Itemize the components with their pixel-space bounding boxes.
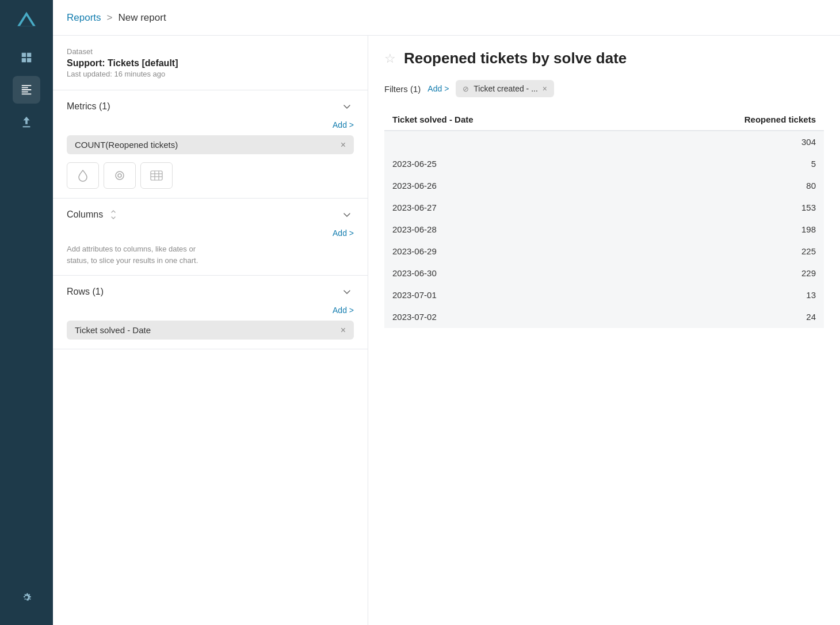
columns-section: Columns Add > Add attributes to columns,… — [53, 199, 368, 276]
table-cell-date: 2023-07-01 — [384, 284, 616, 306]
table-row: 2023-06-29225 — [384, 241, 824, 262]
rows-section: Rows (1) Add > Ticket solved - Date × — [53, 276, 368, 349]
filters-row: Filters (1) Add > ⊘ Ticket created - ...… — [384, 80, 824, 97]
sidebar — [0, 0, 53, 625]
favorite-star-icon[interactable]: ☆ — [384, 51, 396, 66]
svg-rect-4 — [151, 171, 162, 180]
sidebar-item-grid[interactable] — [13, 44, 40, 71]
table-cell-value: 304 — [616, 131, 824, 153]
table-cell-date: 2023-06-30 — [384, 262, 616, 284]
report-title-row: ☆ Reopened tickets by solve date — [384, 49, 824, 67]
table-wrapper: Ticket solved - Date Reopened tickets 30… — [384, 109, 824, 611]
rows-add-row: Add > — [67, 306, 354, 315]
table-row: 2023-06-28198 — [384, 219, 824, 241]
viz-button-wave[interactable] — [104, 162, 136, 189]
svg-point-2 — [116, 172, 124, 180]
table-cell-value: 229 — [616, 262, 824, 284]
body-split: Dataset Support: Tickets [default] Last … — [53, 36, 840, 625]
dataset-name: Support: Tickets [default] — [67, 58, 354, 68]
table-cell-value: 153 — [616, 197, 824, 219]
viz-button-droplet[interactable] — [67, 162, 99, 189]
table-row: 304 — [384, 131, 824, 153]
sidebar-item-upload[interactable] — [13, 108, 40, 136]
filter-chip-label: Ticket created - ... — [474, 84, 538, 93]
viz-row — [67, 162, 354, 189]
table-cell-date: 2023-06-29 — [384, 241, 616, 262]
rows-title: Rows (1) — [67, 287, 104, 297]
table-cell-date: 2023-06-25 — [384, 153, 616, 175]
rows-chip[interactable]: Ticket solved - Date × — [67, 321, 354, 340]
metrics-toggle[interactable] — [340, 100, 354, 113]
table-cell-date: 2023-06-27 — [384, 197, 616, 219]
breadcrumb: Reports > New report — [67, 12, 166, 24]
sidebar-item-settings[interactable] — [13, 584, 40, 611]
topbar: Reports > New report — [53, 0, 840, 36]
columns-toggle[interactable] — [340, 208, 354, 222]
svg-point-3 — [118, 174, 121, 177]
sidebar-item-reports[interactable] — [13, 76, 40, 104]
right-panel: ☆ Reopened tickets by solve date Filters… — [368, 36, 840, 625]
rows-add-button[interactable]: Add > — [333, 306, 354, 315]
columns-hint: Add attributes to columns, like dates or… — [67, 243, 354, 266]
table-cell-value: 5 — [616, 153, 824, 175]
dataset-updated: Last updated: 16 minutes ago — [67, 70, 354, 78]
filters-label: Filters (1) — [384, 84, 421, 94]
columns-sort-icon — [109, 210, 118, 219]
dataset-section: Dataset Support: Tickets [default] Last … — [53, 36, 368, 90]
table-row: 2023-06-2680 — [384, 175, 824, 197]
columns-title: Columns — [67, 209, 118, 220]
breadcrumb-current: New report — [118, 12, 166, 24]
rows-chip-remove[interactable]: × — [341, 326, 346, 335]
columns-header: Columns — [67, 208, 354, 222]
dataset-label: Dataset — [67, 47, 354, 56]
table-cell-value: 198 — [616, 219, 824, 241]
logo[interactable] — [14, 7, 39, 32]
table-cell-value: 225 — [616, 241, 824, 262]
filter-funnel-icon: ⊘ — [463, 85, 469, 93]
table-cell-date: 2023-06-28 — [384, 219, 616, 241]
rows-header: Rows (1) — [67, 285, 354, 299]
col-header-count: Reopened tickets — [616, 109, 824, 131]
left-panel: Dataset Support: Tickets [default] Last … — [53, 36, 368, 625]
table-row: 2023-06-30229 — [384, 262, 824, 284]
rows-toggle[interactable] — [340, 285, 354, 299]
metrics-add-button[interactable]: Add > — [333, 120, 354, 129]
table-row: 2023-06-27153 — [384, 197, 824, 219]
table-cell-value: 24 — [616, 306, 824, 328]
table-cell-date: 2023-07-02 — [384, 306, 616, 328]
main-content: Reports > New report Dataset Support: Ti… — [53, 0, 840, 625]
breadcrumb-separator: > — [107, 12, 113, 24]
report-title: Reopened tickets by solve date — [404, 49, 627, 67]
table-cell-value: 80 — [616, 175, 824, 197]
table-row: 2023-07-0113 — [384, 284, 824, 306]
metrics-chip-remove[interactable]: × — [341, 140, 346, 150]
metrics-add-row: Add > — [67, 120, 354, 129]
table-row: 2023-06-255 — [384, 153, 824, 175]
table-cell-date — [384, 131, 616, 153]
columns-add-button[interactable]: Add > — [333, 228, 354, 238]
columns-add-row: Add > — [67, 228, 354, 238]
metrics-header: Metrics (1) — [67, 100, 354, 113]
breadcrumb-parent[interactable]: Reports — [67, 12, 101, 24]
metrics-title: Metrics (1) — [67, 101, 110, 112]
metrics-chip[interactable]: COUNT(Reopened tickets) × — [67, 135, 354, 154]
metrics-section: Metrics (1) Add > COUNT(Reopened tickets… — [53, 90, 368, 199]
filter-chip[interactable]: ⊘ Ticket created - ... × — [456, 80, 554, 97]
filter-chip-remove[interactable]: × — [543, 84, 547, 93]
viz-button-table[interactable] — [140, 162, 173, 189]
col-header-date: Ticket solved - Date — [384, 109, 616, 131]
rows-chip-label: Ticket solved - Date — [75, 325, 151, 335]
table-cell-date: 2023-06-26 — [384, 175, 616, 197]
filters-add-button[interactable]: Add > — [427, 84, 449, 93]
data-table: Ticket solved - Date Reopened tickets 30… — [384, 109, 824, 328]
metrics-chip-label: COUNT(Reopened tickets) — [75, 140, 178, 150]
table-row: 2023-07-0224 — [384, 306, 824, 328]
table-cell-value: 13 — [616, 284, 824, 306]
